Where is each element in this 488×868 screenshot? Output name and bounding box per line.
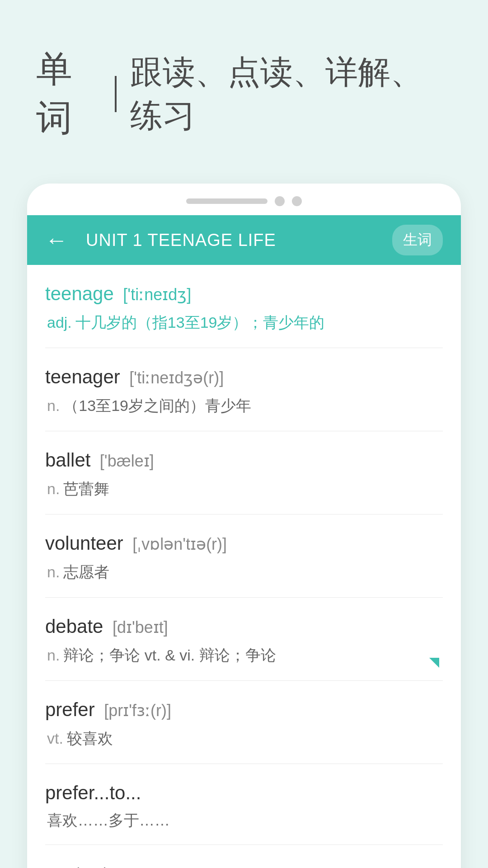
- word-meaning: adj.十几岁的（指13至19岁）；青少年的: [45, 311, 443, 334]
- pos-label: adj.: [47, 314, 72, 331]
- pos-label: n.: [47, 563, 60, 580]
- word-phonetic: [prɪ'fɜː(r)]: [104, 701, 171, 720]
- word-english: content: [45, 863, 108, 868]
- phrase-item-prefer-to[interactable]: prefer...to... 喜欢……多于……: [45, 764, 443, 845]
- pos-label: n.: [47, 480, 60, 497]
- word-phonetic: [dɪ'beɪt]: [113, 618, 168, 637]
- word-list: teenage ['tiːneɪdʒ] adj.十几岁的（指13至19岁）；青少…: [27, 265, 461, 868]
- page-header: 单词 跟读、点读、详解、练习: [0, 0, 488, 170]
- word-phonetic: ['bæleɪ]: [100, 452, 154, 470]
- phone-container: ← UNIT 1 TEENAGE LIFE 生词 teenage ['tiːne…: [27, 184, 461, 868]
- app-header: ← UNIT 1 TEENAGE LIFE 生词: [27, 215, 461, 265]
- word-meaning: n.辩论；争论 vt. & vi. 辩论；争论: [45, 644, 443, 667]
- word-english: volunteer: [45, 533, 123, 554]
- phone-dot-1: [275, 196, 285, 206]
- word-meaning: n.志愿者: [45, 561, 443, 584]
- pos-label: n.: [47, 397, 60, 414]
- vocab-badge[interactable]: 生词: [392, 225, 443, 255]
- word-item-debate[interactable]: debate [dɪ'beɪt] n.辩论；争论 vt. & vi. 辩论；争论: [45, 598, 443, 681]
- title-divider: [115, 76, 117, 112]
- word-english: teenager: [45, 366, 120, 387]
- phrase-english: prefer...to...: [45, 782, 443, 804]
- word-phonetic: [ˌvɒlən'tɪə(r)]: [132, 535, 227, 553]
- word-english: prefer: [45, 699, 95, 720]
- word-item-teenager[interactable]: teenager ['tiːneɪdʒə(r)] n.（13至19岁之间的）青少…: [45, 348, 443, 431]
- title-main: 单词: [36, 45, 101, 143]
- word-meaning: vt.较喜欢: [45, 727, 443, 750]
- page-title: 单词 跟读、点读、详解、练习: [36, 45, 452, 143]
- word-english: debate: [45, 616, 103, 637]
- phrase-meaning: 喜欢……多于……: [45, 810, 443, 831]
- word-phonetic: ['tiːneɪdʒ]: [123, 285, 191, 304]
- play-triangle-icon[interactable]: [429, 658, 439, 668]
- header-title: UNIT 1 TEENAGE LIFE: [86, 231, 392, 250]
- title-sub: 跟读、点读、详解、练习: [130, 51, 452, 137]
- word-item-volunteer[interactable]: volunteer [ˌvɒlən'tɪə(r)] n.志愿者: [45, 514, 443, 598]
- word-item-content[interactable]: content ['kɒntent] n.内容；[pl] 目录；（书、讲话、节目…: [45, 845, 443, 868]
- word-meaning: n.（13至19岁之间的）青少年: [45, 394, 443, 417]
- word-item-prefer[interactable]: prefer [prɪ'fɜː(r)] vt.较喜欢: [45, 681, 443, 764]
- pos-label: vt.: [47, 730, 63, 747]
- word-english: ballet: [45, 449, 90, 471]
- word-item-ballet[interactable]: ballet ['bæleɪ] n.芭蕾舞: [45, 431, 443, 514]
- word-item-teenage[interactable]: teenage ['tiːneɪdʒ] adj.十几岁的（指13至19岁）；青少…: [45, 265, 443, 348]
- word-phonetic: ['tiːneɪdʒə(r)]: [129, 368, 224, 387]
- word-meaning: n.芭蕾舞: [45, 477, 443, 500]
- word-english: teenage: [45, 283, 114, 304]
- back-button[interactable]: ←: [45, 229, 68, 251]
- phone-notch: [186, 198, 267, 204]
- word-phonetic: ['kɒntent]: [117, 865, 183, 868]
- phone-dot-2: [292, 196, 302, 206]
- pos-label: n.: [47, 646, 60, 664]
- phone-top-bar: [27, 184, 461, 215]
